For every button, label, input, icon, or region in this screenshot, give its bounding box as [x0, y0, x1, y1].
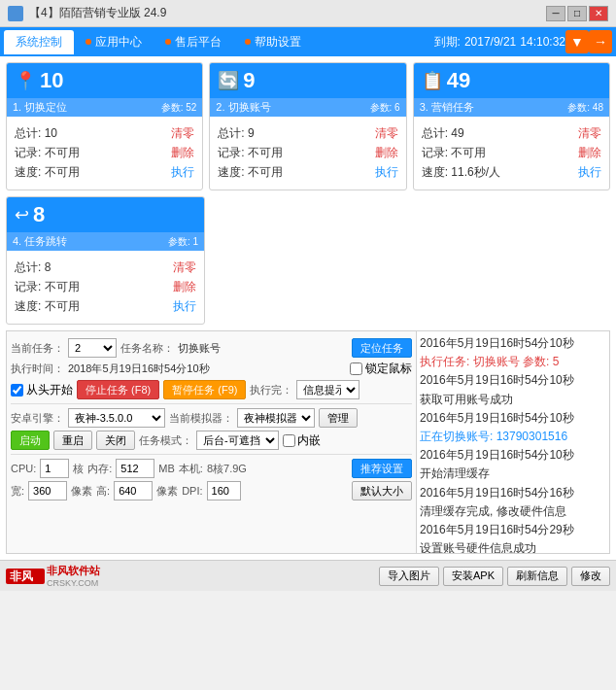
- card-jump-body: 总计: 8 清零 记录: 不可用 删除 速度: 不可用 执行: [7, 251, 204, 324]
- minimize-button[interactable]: ─: [546, 6, 565, 21]
- start-stop-row: 从头开始 停止任务 (F8) 暂停任务 (F9) 执行完： 信息提示: [11, 380, 412, 399]
- mem-input[interactable]: [116, 459, 154, 478]
- tab-apps[interactable]: 应用中心: [74, 30, 154, 54]
- cpu-input[interactable]: [40, 459, 69, 478]
- exec-complete-select[interactable]: 信息提示: [296, 380, 359, 399]
- install-apk-button[interactable]: 安装APK: [443, 567, 503, 586]
- card4-row: ↩ 8 4. 任务跳转 参数: 1 总计: 8 清零 记录: 不可用 删除 速度…: [6, 196, 610, 325]
- window-controls: ─ □ ✕: [546, 6, 608, 21]
- restart-button[interactable]: 重启: [53, 431, 92, 450]
- android-engine-select[interactable]: 夜神-3.5.0.0: [68, 408, 165, 428]
- card-jump: ↩ 8 4. 任务跳转 参数: 1 总计: 8 清零 记录: 不可用 删除 速度…: [6, 196, 205, 325]
- lock-mouse-checkbox[interactable]: [350, 362, 362, 375]
- width-label: 宽:: [11, 484, 24, 499]
- card-jump-delete[interactable]: 删除: [173, 279, 196, 295]
- close-button[interactable]: ✕: [589, 6, 608, 21]
- tab-aftersale[interactable]: 售后平台: [154, 30, 233, 54]
- locate-task-button[interactable]: 定位任务: [352, 338, 412, 358]
- current-task-select[interactable]: 2: [68, 338, 117, 358]
- emulator-select[interactable]: 夜神模拟器: [237, 408, 315, 428]
- manage-button[interactable]: 管理: [319, 408, 358, 428]
- card-jump-param: 参数: 1: [168, 235, 198, 249]
- card-locate: 📍 10 1. 切换定位 参数: 52 总计: 10 清零 记录: 不可用 删除…: [6, 62, 203, 190]
- close-emulator-button[interactable]: 关闭: [96, 431, 135, 450]
- tab-system[interactable]: 系统控制: [4, 30, 74, 54]
- tab-aftersale-label: 售后平台: [175, 34, 222, 51]
- local-value: 8核7.9G: [207, 462, 247, 476]
- task-mode-select[interactable]: 后台-可遮挡: [196, 431, 279, 450]
- card-account-delete[interactable]: 删除: [375, 145, 398, 161]
- tab-system-label: 系统控制: [16, 34, 62, 51]
- card-marketing-exec[interactable]: 执行: [578, 164, 601, 181]
- exec-complete-label: 执行完：: [250, 383, 292, 397]
- split-layout: 当前任务： 2 任务名称： 切换账号 定位任务 执行时间： 2018年5月19日…: [6, 330, 610, 554]
- card-account-exec[interactable]: 执行: [375, 164, 398, 181]
- help-dot: [245, 39, 251, 45]
- card-marketing-clear[interactable]: 清零: [578, 125, 601, 142]
- dpi-label: DPI:: [182, 485, 202, 497]
- card-locate-clear[interactable]: 清零: [171, 125, 194, 142]
- arrow-down-button[interactable]: ▼: [565, 30, 589, 53]
- log-entry-3: 获取可用账号成功: [420, 391, 606, 409]
- card-account: 🔄 9 2. 切换账号 参数: 6 总计: 9 清零 记录: 不可用 删除 速度…: [209, 62, 406, 190]
- engine-row: 安卓引擎： 夜神-3.5.0.0 当前模拟器： 夜神模拟器 管理: [11, 408, 412, 428]
- card-locate-delete[interactable]: 删除: [171, 145, 194, 161]
- dpi-input[interactable]: [207, 481, 241, 500]
- log-entry-11: 设置账号硬件信息成功: [420, 539, 606, 554]
- jump-icon: ↩: [15, 204, 29, 225]
- card-locate-param: 参数: 52: [161, 101, 197, 115]
- builtin-label[interactable]: 内嵌: [283, 432, 321, 449]
- top-cards-row: 📍 10 1. 切换定位 参数: 52 总计: 10 清零 记录: 不可用 删除…: [6, 62, 610, 190]
- modify-button[interactable]: 修改: [571, 567, 610, 586]
- main-content: 📍 10 1. 切换定位 参数: 52 总计: 10 清零 记录: 不可用 删除…: [0, 56, 616, 560]
- mem-label: 内存:: [87, 462, 112, 476]
- start-button[interactable]: 启动: [11, 431, 50, 450]
- title-bar: 【4】陌陌营销专业版 24.9 ─ □ ✕: [0, 0, 616, 27]
- log-entry-7: 开始清理缓存: [420, 465, 606, 483]
- android-engine-label: 安卓引擎：: [11, 411, 64, 426]
- logo-url: CRSKY.COM: [47, 578, 100, 588]
- pause-task-button[interactable]: 暂停任务 (F9): [163, 380, 246, 399]
- default-size-button[interactable]: 默认大小: [352, 481, 412, 500]
- import-image-button[interactable]: 导入图片: [379, 567, 439, 586]
- arrow-right-button[interactable]: →: [589, 30, 612, 53]
- tab-help[interactable]: 帮助设置: [233, 30, 313, 54]
- builtin-checkbox[interactable]: [283, 434, 295, 447]
- height-input[interactable]: [114, 481, 153, 500]
- log-entry-10: 2016年5月19日16时54分29秒: [420, 521, 606, 539]
- card-account-param: 参数: 6: [370, 101, 400, 115]
- card-marketing-number: 49: [447, 68, 470, 93]
- card-account-number: 9: [243, 68, 255, 93]
- card-locate-exec[interactable]: 执行: [171, 164, 194, 181]
- lock-mouse-label[interactable]: 锁定鼠标: [350, 361, 412, 377]
- from-start-checkbox[interactable]: [11, 384, 23, 397]
- logo-text: 非风软件站: [47, 564, 100, 578]
- card-jump-label: 4. 任务跳转: [13, 234, 67, 249]
- locate-icon: 📍: [15, 70, 36, 91]
- stop-task-button[interactable]: 停止任务 (F8): [77, 380, 159, 399]
- card-jump-number: 8: [33, 202, 45, 227]
- logo-icon: 非风: [6, 569, 45, 584]
- card-marketing-delete[interactable]: 删除: [578, 145, 601, 161]
- maximize-button[interactable]: □: [567, 6, 587, 21]
- width-input[interactable]: [28, 481, 67, 500]
- card-locate-number: 10: [40, 68, 63, 93]
- log-entry-1[interactable]: 执行任务: 切换账号 参数: 5: [420, 353, 606, 371]
- from-start-label[interactable]: 从头开始: [11, 382, 73, 398]
- refresh-button[interactable]: 刷新信息: [507, 567, 567, 586]
- card-jump-clear[interactable]: 清零: [173, 259, 196, 276]
- recommend-settings-button[interactable]: 推荐设置: [352, 459, 412, 478]
- card-jump-header: ↩ 8: [7, 197, 204, 232]
- local-label: 本机:: [179, 462, 203, 476]
- app-icon: [8, 6, 23, 21]
- card-jump-exec[interactable]: 执行: [173, 298, 196, 315]
- exec-time-label: 执行时间：: [11, 362, 64, 376]
- log-entry-6: 2016年5月19日16时54分10秒: [420, 446, 606, 465]
- task-name-label: 任务名称：: [120, 341, 174, 356]
- log-entry-5[interactable]: 正在切换账号: 13790301516: [420, 428, 606, 446]
- card-account-clear[interactable]: 清零: [375, 125, 398, 142]
- cpu-label: CPU:: [11, 463, 36, 474]
- tab-help-label: 帮助设置: [255, 34, 301, 51]
- exec-time-row: 执行时间： 2018年5月19日16时54分10秒 锁定鼠标: [11, 361, 412, 377]
- nav-bar: 系统控制 应用中心 售后平台 帮助设置 到期: 2017/9/21 14:10:…: [0, 27, 616, 56]
